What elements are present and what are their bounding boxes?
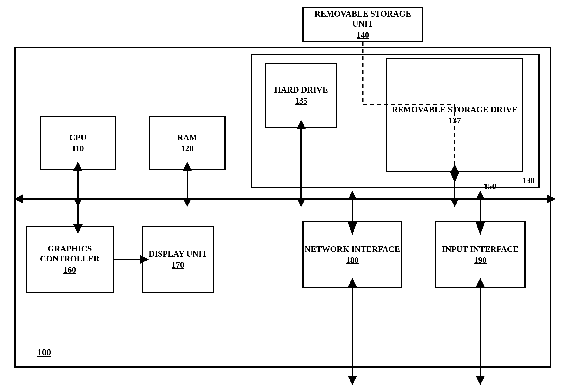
- removable-storage-drive-box: REMOVABLE STORAGE DRIVE 137: [386, 58, 523, 172]
- input-interface-label: 190: [474, 255, 487, 265]
- cpu-title: CPU: [69, 133, 86, 143]
- removable-storage-drive-label: 137: [448, 116, 461, 126]
- cpu-box: CPU 110: [40, 116, 116, 170]
- svg-marker-43: [476, 376, 485, 385]
- removable-storage-drive-title: REMOVABLE STORAGE DRIVE: [392, 105, 518, 115]
- input-interface-title: INPUT INTERFACE: [442, 244, 519, 254]
- removable-storage-unit-label: 140: [357, 30, 369, 40]
- svg-marker-37: [348, 376, 357, 385]
- graphics-controller-box: GRAPHICS CONTROLLER 160: [26, 226, 114, 293]
- diagram-container: REMOVABLE STORAGE UNIT 140 130 CPU 110 R…: [0, 0, 564, 392]
- display-unit-box: DISPLAY UNIT 170: [142, 226, 214, 293]
- ram-label: 120: [181, 143, 193, 154]
- ram-title: RAM: [177, 133, 197, 143]
- hard-drive-box: HARD DRIVE 135: [265, 63, 337, 128]
- input-interface-box: INPUT INTERFACE 190: [435, 221, 526, 289]
- hard-drive-title: HARD DRIVE: [274, 85, 328, 95]
- hard-drive-label: 135: [295, 96, 307, 106]
- main-system-label: 100: [37, 347, 51, 358]
- network-interface-title: NETWORK INTERFACE: [305, 244, 400, 254]
- network-interface-label: 180: [346, 255, 359, 265]
- network-interface-box: NETWORK INTERFACE 180: [302, 221, 402, 289]
- display-unit-label: 170: [172, 260, 184, 270]
- display-unit-title: DISPLAY UNIT: [149, 249, 207, 259]
- removable-storage-unit-title: REMOVABLE STORAGE UNIT: [303, 9, 422, 29]
- graphics-controller-label: 160: [64, 265, 76, 275]
- cpu-label: 110: [72, 143, 84, 154]
- removable-storage-unit-box: REMOVABLE STORAGE UNIT 140: [302, 7, 423, 42]
- graphics-controller-title: GRAPHICS CONTROLLER: [27, 244, 113, 264]
- bus-label: 150: [484, 182, 496, 191]
- ram-box: RAM 120: [149, 116, 226, 170]
- storage-subsystem-label: 130: [522, 175, 535, 185]
